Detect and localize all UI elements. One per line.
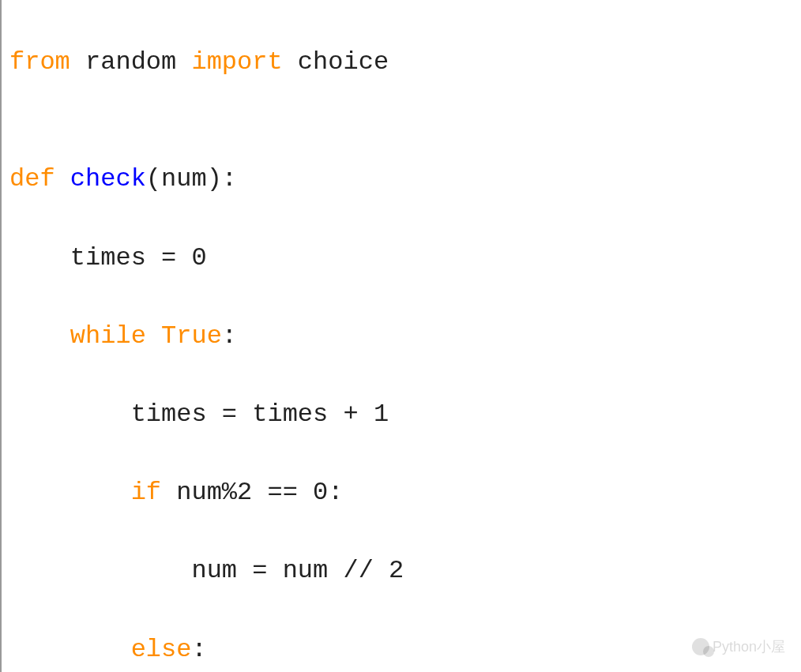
code-line: times = 0 [9,238,801,278]
code-block: from random import choice def check(num)… [0,0,801,672]
import-name: choice [283,47,389,77]
code-line: else: [9,630,801,670]
keyword-def: def [9,164,55,193]
keyword-while: while [70,321,146,351]
code-line: def check(num): [9,160,801,199]
code-line: num = num // 2 [9,551,801,591]
function-name: check [70,164,146,193]
keyword-import: import [191,47,282,77]
watermark: Python小屋 [692,637,785,656]
module-name: random [70,47,192,77]
code-line: if num%2 == 0: [9,473,801,512]
code-line: times = times + 1 [9,395,801,434]
wechat-icon [692,638,709,655]
keyword-true: True [161,321,222,351]
code-line: from random import choice [9,43,801,82]
code-line: while True: [9,317,801,356]
keyword-else: else [131,635,192,664]
keyword-if: if [131,478,161,507]
keyword-from: from [9,47,70,77]
watermark-text: Python小屋 [713,637,785,656]
